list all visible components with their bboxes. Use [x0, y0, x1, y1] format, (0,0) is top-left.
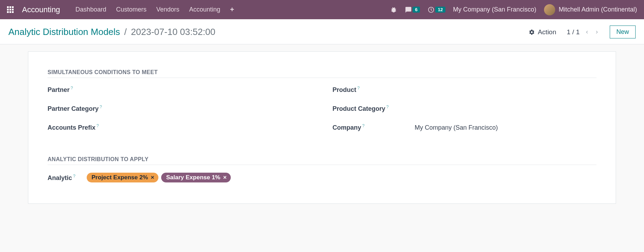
- tag-label: Salary Expense 1%: [166, 174, 220, 181]
- accounts-prefix-label: Accounts Prefix?: [48, 123, 130, 131]
- tag-remove-icon[interactable]: ×: [223, 174, 227, 181]
- conditions-grid: Partner? Partner Category? Accounts Pref…: [48, 86, 596, 142]
- tag-label: Project Expense 2%: [92, 174, 148, 181]
- conditions-right-column: Product? Product Category? Company? My C…: [332, 86, 596, 142]
- accounts-prefix-field: Accounts Prefix?: [48, 123, 312, 133]
- nav-item-vendors[interactable]: Vendors: [156, 6, 179, 13]
- action-button[interactable]: Action: [529, 28, 556, 36]
- messages-button[interactable]: 6: [405, 6, 420, 13]
- navbar-right: 6 12 My Company (San Francisco) Mitchell…: [390, 4, 637, 15]
- tag-remove-icon[interactable]: ×: [151, 174, 154, 181]
- main-navbar: Accounting Dashboard Customers Vendors A…: [0, 0, 644, 19]
- nav-menu: Dashboard Customers Vendors Accounting +: [76, 6, 234, 14]
- product-field: Product?: [332, 86, 596, 95]
- conditions-left-column: Partner? Partner Category? Accounts Pref…: [48, 86, 312, 142]
- breadcrumb-parent[interactable]: Analytic Distribution Models: [8, 27, 120, 37]
- pager-next-icon[interactable]: [594, 29, 599, 35]
- control-panel: Analytic Distribution Models / 2023-07-1…: [0, 19, 644, 44]
- messages-badge: 6: [413, 7, 420, 13]
- pager: 1 / 1: [567, 28, 599, 36]
- help-icon[interactable]: ?: [96, 123, 99, 128]
- company-switcher[interactable]: My Company (San Francisco): [453, 6, 536, 13]
- nav-item-accounting[interactable]: Accounting: [189, 6, 220, 13]
- new-button[interactable]: New: [610, 26, 636, 38]
- analytic-field: Analytic? Project Expense 2% × Salary Ex…: [48, 173, 596, 182]
- gear-icon: [529, 29, 535, 35]
- nav-item-customers[interactable]: Customers: [116, 6, 146, 13]
- analytic-tag[interactable]: Salary Expense 1% ×: [161, 173, 231, 182]
- pager-counter[interactable]: 1 / 1: [567, 28, 580, 36]
- analytic-tag[interactable]: Project Expense 2% ×: [87, 173, 159, 182]
- company-label: Company?: [332, 123, 415, 131]
- activities-badge: 12: [435, 7, 445, 13]
- product-label: Product?: [332, 86, 415, 94]
- partner-category-field: Partner Category?: [48, 105, 312, 114]
- apps-icon[interactable]: [7, 6, 14, 13]
- help-icon[interactable]: ?: [357, 86, 360, 91]
- product-category-field: Product Category?: [332, 105, 596, 114]
- action-label: Action: [538, 28, 556, 36]
- partner-label: Partner?: [48, 86, 130, 94]
- nav-add-icon[interactable]: +: [230, 6, 234, 14]
- product-category-label: Product Category?: [332, 105, 415, 113]
- distribution-section-title: ANALYTIC DISTRIBUTION TO APPLY: [48, 156, 596, 165]
- help-icon[interactable]: ?: [362, 123, 365, 128]
- conditions-section-title: SIMULTANEOUS CONDITIONS TO MEET: [48, 69, 596, 78]
- nav-item-dashboard[interactable]: Dashboard: [76, 6, 106, 13]
- company-field: Company? My Company (San Francisco): [332, 123, 596, 133]
- user-name: Mitchell Admin (Continental): [559, 6, 637, 13]
- analytic-tags[interactable]: Project Expense 2% × Salary Expense 1% ×: [87, 173, 231, 182]
- avatar: [544, 4, 555, 15]
- form-wrapper: SIMULTANEOUS CONDITIONS TO MEET Partner?…: [0, 44, 644, 211]
- breadcrumb-current: 2023-07-10 03:52:00: [131, 27, 215, 37]
- debug-icon[interactable]: [390, 6, 397, 13]
- breadcrumb-separator: /: [124, 27, 127, 37]
- brand-title[interactable]: Accounting: [22, 5, 60, 14]
- analytic-label: Analytic?: [48, 174, 76, 182]
- help-icon[interactable]: ?: [73, 174, 76, 179]
- partner-category-label: Partner Category?: [48, 105, 130, 113]
- company-value[interactable]: My Company (San Francisco): [415, 124, 498, 131]
- breadcrumb: Analytic Distribution Models / 2023-07-1…: [8, 27, 215, 37]
- help-icon[interactable]: ?: [100, 105, 102, 109]
- help-icon[interactable]: ?: [386, 105, 389, 109]
- user-menu[interactable]: Mitchell Admin (Continental): [544, 4, 637, 15]
- navbar-left: Accounting Dashboard Customers Vendors A…: [7, 5, 234, 14]
- help-icon[interactable]: ?: [71, 86, 73, 91]
- partner-field: Partner?: [48, 86, 312, 95]
- activities-button[interactable]: 12: [428, 6, 445, 13]
- form-sheet: SIMULTANEOUS CONDITIONS TO MEET Partner?…: [28, 51, 616, 204]
- pager-prev-icon[interactable]: [585, 29, 589, 35]
- control-panel-right: Action 1 / 1 New: [529, 26, 636, 38]
